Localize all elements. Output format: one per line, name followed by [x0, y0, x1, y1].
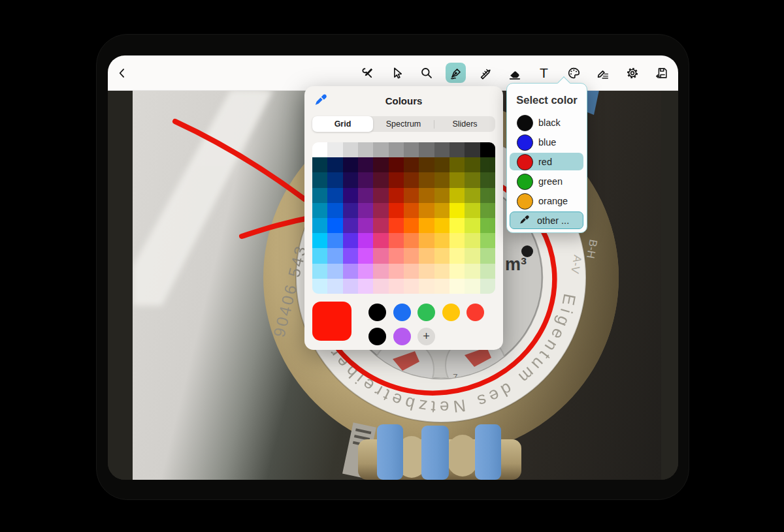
grid-swatch[interactable]	[312, 172, 327, 187]
grid-swatch[interactable]	[419, 188, 434, 203]
toolbar-button-pen[interactable]	[446, 63, 466, 83]
toolbar-button-marker[interactable]	[475, 63, 495, 83]
grid-swatch[interactable]	[449, 142, 465, 157]
grid-swatch[interactable]	[358, 203, 373, 218]
grid-swatch[interactable]	[480, 157, 495, 172]
grid-swatch[interactable]	[358, 248, 373, 263]
grid-swatch[interactable]	[404, 142, 419, 157]
grid-swatch[interactable]	[358, 279, 373, 294]
grid-swatch[interactable]	[327, 218, 342, 233]
grid-swatch[interactable]	[358, 233, 373, 248]
grid-swatch[interactable]	[373, 279, 388, 294]
grid-swatch[interactable]	[480, 233, 495, 248]
grid-swatch[interactable]	[449, 264, 465, 279]
select-color-item-black[interactable]: black	[507, 113, 587, 133]
grid-swatch[interactable]	[404, 188, 419, 203]
grid-swatch[interactable]	[312, 248, 327, 263]
grid-swatch[interactable]	[312, 279, 327, 294]
grid-swatch[interactable]	[358, 188, 373, 203]
grid-swatch[interactable]	[480, 172, 495, 187]
saved-colour-dot[interactable]	[368, 328, 386, 345]
grid-swatch[interactable]	[358, 172, 373, 187]
grid-swatch[interactable]	[434, 264, 449, 279]
grid-swatch[interactable]	[404, 218, 419, 233]
picker-tab-grid[interactable]: Grid	[312, 116, 373, 132]
grid-swatch[interactable]	[465, 233, 480, 248]
grid-swatch[interactable]	[465, 157, 480, 172]
grid-swatch[interactable]	[389, 142, 404, 157]
select-color-item-blue[interactable]: blue	[507, 133, 587, 152]
grid-swatch[interactable]	[373, 264, 388, 279]
grid-swatch[interactable]	[434, 218, 449, 233]
grid-swatch[interactable]	[327, 264, 342, 279]
grid-swatch[interactable]	[327, 157, 342, 172]
select-color-item-green[interactable]: green	[507, 172, 587, 191]
grid-swatch[interactable]	[434, 172, 449, 187]
grid-swatch[interactable]	[419, 279, 434, 294]
grid-swatch[interactable]	[343, 203, 358, 218]
grid-swatch[interactable]	[465, 172, 480, 187]
grid-swatch[interactable]	[480, 264, 495, 279]
grid-swatch[interactable]	[465, 188, 480, 203]
grid-swatch[interactable]	[373, 172, 388, 187]
select-color-item-orange[interactable]: orange	[507, 191, 587, 211]
grid-swatch[interactable]	[404, 233, 419, 248]
grid-swatch[interactable]	[449, 188, 465, 203]
toolbar-button-text[interactable]: T	[534, 63, 554, 83]
toolbar-button-eraser[interactable]	[504, 63, 525, 83]
grid-swatch[interactable]	[449, 233, 465, 248]
grid-swatch[interactable]	[419, 233, 434, 248]
grid-swatch[interactable]	[358, 264, 373, 279]
grid-swatch[interactable]	[327, 142, 342, 157]
grid-swatch[interactable]	[373, 248, 388, 263]
grid-swatch[interactable]	[419, 218, 434, 233]
grid-swatch[interactable]	[343, 233, 358, 248]
grid-swatch[interactable]	[373, 203, 388, 218]
grid-swatch[interactable]	[389, 233, 404, 248]
toolbar-button-save[interactable]	[651, 63, 672, 83]
grid-swatch[interactable]	[312, 233, 327, 248]
grid-swatch[interactable]	[373, 218, 388, 233]
grid-swatch[interactable]	[434, 203, 449, 218]
toolbar-button-zoom[interactable]	[416, 63, 436, 83]
saved-colour-dot[interactable]	[393, 328, 411, 345]
grid-swatch[interactable]	[327, 248, 342, 263]
grid-swatch[interactable]	[449, 172, 465, 187]
grid-swatch[interactable]	[343, 142, 358, 157]
grid-swatch[interactable]	[327, 233, 342, 248]
select-color-item-red[interactable]: red	[507, 152, 587, 172]
grid-swatch[interactable]	[343, 157, 358, 172]
saved-colour-dot[interactable]	[442, 304, 460, 321]
grid-swatch[interactable]	[389, 279, 404, 294]
grid-swatch[interactable]	[465, 248, 480, 263]
saved-colour-dot[interactable]	[417, 304, 435, 321]
grid-swatch[interactable]	[419, 172, 434, 187]
grid-swatch[interactable]	[434, 142, 449, 157]
toolbar-button-select[interactable]	[387, 63, 407, 83]
grid-swatch[interactable]	[480, 218, 495, 233]
grid-swatch[interactable]	[419, 203, 434, 218]
grid-swatch[interactable]	[327, 188, 342, 203]
saved-colour-dot[interactable]	[466, 304, 484, 321]
grid-swatch[interactable]	[389, 172, 404, 187]
grid-swatch[interactable]	[465, 264, 480, 279]
picker-tab-sliders[interactable]: Sliders	[434, 116, 495, 132]
back-button[interactable]	[112, 63, 133, 84]
grid-swatch[interactable]	[465, 142, 480, 157]
grid-swatch[interactable]	[434, 233, 449, 248]
saved-colour-dot[interactable]	[368, 304, 386, 321]
grid-swatch[interactable]	[389, 203, 404, 218]
grid-swatch[interactable]	[358, 142, 373, 157]
grid-swatch[interactable]	[358, 218, 373, 233]
saved-colour-dot[interactable]	[393, 304, 411, 321]
grid-swatch[interactable]	[480, 142, 495, 157]
grid-swatch[interactable]	[419, 142, 434, 157]
grid-swatch[interactable]	[389, 264, 404, 279]
grid-swatch[interactable]	[404, 248, 419, 263]
grid-swatch[interactable]	[404, 172, 419, 187]
grid-swatch[interactable]	[373, 233, 388, 248]
grid-swatch[interactable]	[373, 142, 388, 157]
grid-swatch[interactable]	[434, 248, 449, 263]
toolbar-button-settings[interactable]	[622, 63, 642, 83]
grid-swatch[interactable]	[434, 188, 449, 203]
